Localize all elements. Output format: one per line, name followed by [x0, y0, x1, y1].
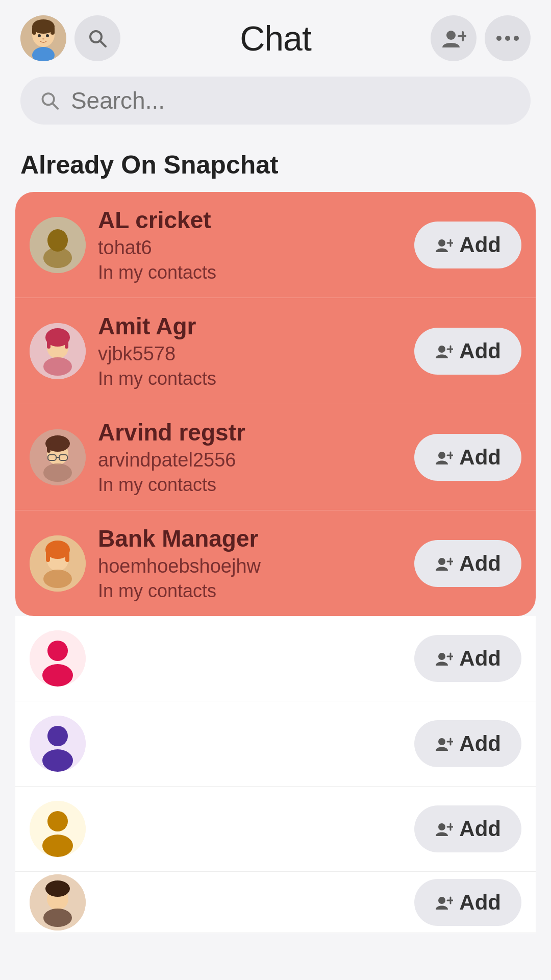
page-title: Chat	[240, 18, 311, 58]
contact-avatar	[30, 429, 86, 485]
add-button[interactable]: Add	[414, 328, 521, 375]
contact-row: Add	[15, 787, 536, 872]
svg-point-68	[42, 835, 73, 857]
contact-left: Arvind regstr arvindpatel2556 In my cont…	[30, 419, 245, 496]
add-person-icon	[435, 650, 453, 667]
svg-point-41	[43, 463, 72, 482]
add-person-icon	[435, 555, 453, 572]
search-bar-icon	[39, 89, 61, 112]
svg-point-74	[45, 880, 70, 897]
search-header-icon	[86, 27, 109, 50]
svg-point-61	[47, 726, 68, 746]
search-header-button[interactable]	[74, 15, 120, 61]
contact-username: tohat6	[98, 237, 216, 259]
contact-avatar-image	[30, 630, 86, 687]
svg-line-18	[53, 104, 58, 109]
user-avatar-image	[20, 15, 66, 61]
add-button[interactable]: Add	[414, 540, 521, 587]
add-person-icon	[435, 736, 453, 752]
contact-name: Arvind regstr	[98, 419, 245, 446]
contact-name: Bank Manager	[98, 525, 261, 552]
svg-point-16	[514, 36, 519, 41]
contact-row: Bank Manager hoemhoebshoejhw In my conta…	[15, 510, 536, 616]
add-person-icon	[435, 821, 453, 837]
header: Chat	[0, 0, 551, 71]
contact-avatar	[30, 535, 86, 592]
contact-avatar-image	[30, 217, 86, 273]
contact-avatar-image	[30, 535, 86, 592]
user-avatar[interactable]	[20, 15, 66, 61]
contact-avatar	[30, 630, 86, 687]
contacts-list: AL cricket tohat6 In my contacts Add	[0, 192, 551, 933]
svg-point-5	[38, 34, 41, 37]
svg-point-50	[43, 570, 72, 588]
contact-avatar	[30, 874, 86, 930]
svg-point-62	[42, 749, 73, 772]
contact-avatar-image	[30, 323, 86, 379]
svg-rect-37	[47, 443, 51, 453]
more-options-button[interactable]	[485, 15, 531, 61]
contact-row: Add	[15, 616, 536, 701]
svg-point-75	[43, 909, 72, 927]
add-person-icon	[435, 237, 453, 253]
add-button[interactable]: Add	[414, 720, 521, 767]
add-button[interactable]: Add	[414, 805, 521, 852]
svg-line-10	[100, 41, 106, 46]
header-left	[20, 15, 120, 61]
contact-avatar-image	[30, 716, 86, 772]
svg-point-30	[43, 357, 72, 376]
add-button[interactable]: Add	[414, 635, 521, 682]
contact-left: AL cricket tohat6 In my contacts	[30, 206, 216, 283]
contact-username: arvindpatel2556	[98, 449, 245, 471]
contact-row: AL cricket tohat6 In my contacts Add	[15, 192, 536, 298]
contact-row: Add	[15, 872, 536, 933]
search-input[interactable]	[71, 87, 512, 114]
contact-source: In my contacts	[98, 368, 216, 389]
search-bar-container	[0, 71, 551, 140]
search-bar[interactable]	[20, 77, 531, 125]
contact-info: Arvind regstr arvindpatel2556 In my cont…	[98, 419, 245, 496]
add-button[interactable]: Add	[414, 222, 521, 268]
svg-rect-3	[32, 27, 36, 35]
contact-info: AL cricket tohat6 In my contacts	[98, 206, 216, 283]
svg-point-7	[42, 38, 44, 40]
highlighted-contacts-group: AL cricket tohat6 In my contacts Add	[15, 192, 536, 616]
contact-name: AL cricket	[98, 206, 216, 234]
contact-left	[30, 801, 98, 857]
contact-left	[30, 874, 98, 930]
header-right	[431, 15, 531, 61]
svg-point-76	[438, 897, 445, 904]
contact-avatar-image	[30, 801, 86, 857]
more-options-icon	[495, 33, 520, 43]
add-button[interactable]: Add	[414, 879, 521, 926]
contact-avatar	[30, 801, 86, 857]
contact-info: Bank Manager hoemhoebshoejhw In my conta…	[98, 525, 261, 602]
contact-username: vjbk5578	[98, 343, 216, 365]
contact-row: Add	[15, 701, 536, 787]
contact-avatar-image	[30, 429, 86, 485]
svg-point-6	[46, 34, 49, 37]
contact-source: In my contacts	[98, 580, 261, 602]
svg-point-69	[438, 823, 445, 830]
svg-rect-28	[47, 337, 51, 349]
contact-avatar-image	[30, 874, 86, 930]
svg-point-14	[496, 36, 502, 41]
contact-row: Arvind regstr arvindpatel2556 In my cont…	[15, 404, 536, 510]
contact-avatar	[30, 217, 86, 273]
svg-point-15	[505, 36, 510, 41]
contact-row: Amit Agr vjbk5578 In my contacts Add	[15, 298, 536, 404]
add-person-icon	[435, 894, 453, 911]
svg-point-22	[438, 239, 445, 247]
svg-point-55	[47, 641, 68, 661]
svg-point-42	[438, 452, 445, 459]
contact-left: Bank Manager hoemhoebshoejhw In my conta…	[30, 525, 261, 602]
contact-username: hoemhoebshoejhw	[98, 555, 261, 577]
contact-avatar	[30, 716, 86, 772]
contact-source: In my contacts	[98, 262, 216, 283]
contact-avatar	[30, 323, 86, 379]
add-button[interactable]: Add	[414, 434, 521, 481]
add-friend-button[interactable]	[431, 15, 477, 61]
contact-left	[30, 716, 98, 772]
section-heading: Already On Snapchat	[0, 140, 551, 192]
svg-point-57	[438, 653, 445, 660]
